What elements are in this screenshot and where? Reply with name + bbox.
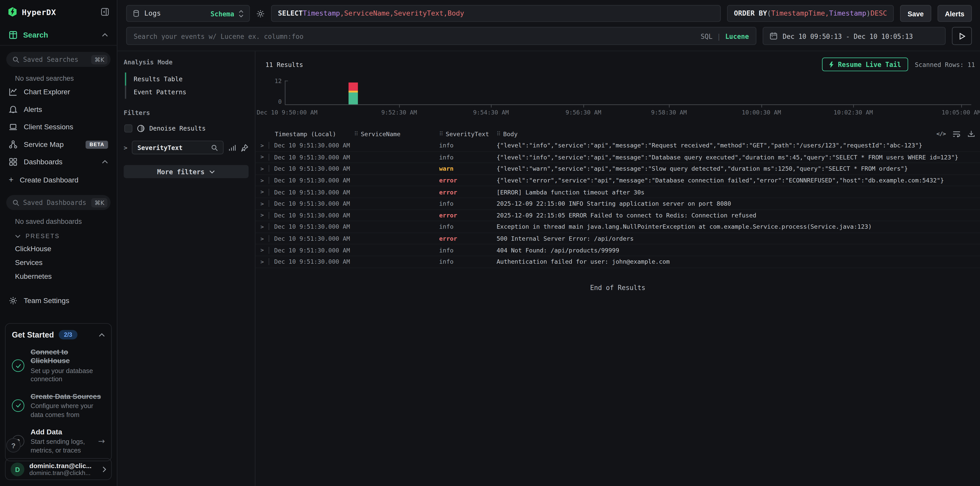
saved-searches-field[interactable]	[23, 56, 88, 63]
create-dashboard-button[interactable]: + Create Dashboard	[0, 170, 117, 189]
cell-timestamp: Dec 10 9:51:30.000 AM	[274, 200, 354, 207]
get-started-step[interactable]: Connect to ClickHouse Set up your databa…	[12, 347, 105, 384]
table-row[interactable]: >Dec 10 9:51:30.000 AMinfo404 Not Found:…	[255, 245, 980, 256]
column-header-timestamp[interactable]: Timestamp (Local)	[275, 130, 354, 137]
row-expand-chevron[interactable]: >	[261, 247, 269, 253]
wrap-lines-icon[interactable]	[953, 130, 961, 137]
sidebar-item-dashboards[interactable]: Dashboards	[0, 153, 117, 170]
cell-timestamp: Dec 10 9:51:30.000 AM	[274, 223, 354, 230]
help-button[interactable]: ?	[6, 438, 21, 453]
chevron-up-icon[interactable]	[99, 333, 105, 337]
select-query-input[interactable]: SELECT Timestamp,ServiceName,SeverityTex…	[271, 5, 721, 22]
preset-kubernetes[interactable]: Kubernetes	[0, 269, 117, 283]
sidebar-item-label: Alerts	[24, 105, 42, 113]
kbd-shortcut: ⌘K	[91, 55, 108, 64]
table-row[interactable]: >Dec 10 9:51:30.000 AMinfo{"level":"info…	[255, 140, 980, 151]
code-view-icon[interactable]: </>	[936, 131, 945, 137]
mode-results-table[interactable]: Results Table	[125, 73, 248, 86]
saved-dashboards-field[interactable]	[23, 199, 88, 206]
event-search-input[interactable]	[127, 28, 756, 45]
alerts-button[interactable]: Alerts	[937, 5, 972, 22]
resume-live-tail-button[interactable]: Resume Live Tail	[822, 57, 908, 71]
column-header-severitytext[interactable]: ⠿SeverityText	[439, 130, 496, 137]
run-query-button[interactable]	[952, 27, 972, 45]
sidebar-item-team-settings[interactable]: Team Settings	[0, 292, 117, 309]
x-axis-label: 10:00:30 AM	[742, 109, 781, 116]
row-expand-chevron[interactable]: >	[261, 142, 269, 148]
denoise-checkbox[interactable]	[124, 124, 132, 132]
sidebar-item-service-map[interactable]: Service Map BETA	[0, 136, 117, 153]
row-expand-chevron[interactable]: >	[261, 201, 269, 207]
cell-timestamp: Dec 10 9:51:30.000 AM	[274, 212, 354, 219]
table-row[interactable]: >Dec 10 9:51:30.000 AMwarn{"level":"warn…	[255, 163, 980, 175]
histogram-bar[interactable]	[348, 83, 358, 104]
orderby-col1: TimestampTime,	[771, 10, 829, 18]
row-divider	[269, 212, 269, 219]
cell-severity: error	[439, 235, 496, 242]
pin-icon[interactable]	[240, 143, 249, 151]
y-axis-tick-bottom: 0	[266, 98, 282, 105]
save-button[interactable]: Save	[900, 5, 931, 22]
saved-dashboards-input[interactable]: ⌘K	[6, 195, 111, 210]
chevron-up-icon[interactable]	[102, 160, 108, 164]
search-icon[interactable]	[211, 144, 218, 151]
more-filters-label: More filters	[157, 168, 205, 175]
source-select[interactable]: Logs Schema	[126, 5, 250, 22]
drag-handle-icon[interactable]: ⠿	[439, 131, 443, 137]
table-row[interactable]: >Dec 10 9:51:30.000 AMerror{"level":"err…	[255, 175, 980, 186]
create-dashboard-label: Create Dashboard	[20, 176, 78, 183]
drag-handle-icon[interactable]: ⠿	[496, 131, 501, 137]
preset-clickhouse[interactable]: ClickHouse	[0, 242, 117, 256]
get-started-step[interactable]: 3 Add Data Start sending logs, metrics, …	[12, 427, 105, 454]
cell-severity: info	[439, 154, 496, 161]
get-started-step[interactable]: Create Data Sources Configure where your…	[12, 392, 105, 419]
service-map-icon	[9, 140, 18, 149]
column-header-servicename[interactable]: ⠿ServiceName	[354, 130, 439, 137]
row-expand-chevron[interactable]: >	[261, 166, 269, 172]
row-expand-chevron[interactable]: >	[261, 154, 269, 160]
sidebar-item-client-sessions[interactable]: Client Sessions	[0, 118, 117, 135]
severitytext-field-box[interactable]: SeverityText	[132, 140, 224, 155]
lang-lucene-option[interactable]: Lucene	[725, 32, 749, 40]
row-expand-chevron[interactable]: >	[261, 212, 269, 218]
table-row[interactable]: >Dec 10 9:51:30.000 AMinfo2025-12-09 22:…	[255, 198, 980, 210]
order-by-input[interactable]: ORDER BY (TimestampTime, Timestamp) DESC	[727, 5, 894, 22]
cell-timestamp: Dec 10 9:51:30.000 AM	[274, 154, 354, 161]
table-row[interactable]: >Dec 10 9:51:30.000 AMerror2025-12-09 22…	[255, 210, 980, 221]
preset-services[interactable]: Services	[0, 255, 117, 269]
drag-handle-icon[interactable]: ⠿	[354, 131, 358, 137]
check-circle-icon	[12, 360, 24, 372]
table-row[interactable]: >Dec 10 9:51:30.000 AMinfo{"level":"info…	[255, 151, 980, 163]
user-account-card[interactable]: D dominic.tran@clic... dominic.tran@clic…	[5, 458, 112, 480]
row-expand-chevron[interactable]: >	[261, 177, 269, 183]
more-filters-button[interactable]: More filters	[124, 165, 248, 178]
table-row[interactable]: >Dec 10 9:51:30.000 AMerror500 Internal …	[255, 233, 980, 245]
table-row[interactable]: >Dec 10 9:51:30.000 AMinfoException in t…	[255, 221, 980, 233]
lang-sql-option[interactable]: SQL	[701, 32, 713, 40]
sidebar-item-search[interactable]: Search	[0, 25, 117, 45]
sidebar-item-alerts[interactable]: Alerts	[0, 101, 117, 118]
chevron-up-icon[interactable]	[102, 33, 108, 37]
date-range-picker[interactable]: Dec 10 09:50:13 - Dec 10 10:05:13	[763, 27, 946, 45]
table-row[interactable]: >Dec 10 9:51:30.000 AMinfoAuthentication…	[255, 256, 980, 268]
bar-chart-icon[interactable]	[228, 143, 236, 151]
row-expand-chevron[interactable]: >	[261, 258, 269, 265]
saved-searches-input[interactable]: ⌘K	[6, 52, 111, 67]
column-header-body[interactable]: ⠿Body	[496, 130, 929, 137]
select-chevrons-icon	[239, 10, 243, 17]
sidebar-item-chart-explorer[interactable]: Chart Explorer	[0, 83, 117, 100]
chevron-right-icon[interactable]: >	[124, 144, 127, 151]
row-expand-chevron[interactable]: >	[261, 189, 269, 195]
cell-severity: warn	[439, 165, 496, 172]
denoise-results-row[interactable]: Denoise Results	[124, 124, 249, 132]
download-icon[interactable]	[967, 130, 975, 137]
presets-toggle[interactable]: PRESETS	[0, 226, 117, 242]
row-expand-chevron[interactable]: >	[261, 224, 269, 230]
collapse-sidebar-icon[interactable]	[100, 7, 109, 16]
row-divider	[269, 177, 269, 184]
row-expand-chevron[interactable]: >	[261, 235, 269, 241]
get-started-header[interactable]: Get Started 2/3	[12, 330, 105, 339]
mode-event-patterns[interactable]: Event Patterns	[125, 86, 248, 99]
query-settings-gear-icon[interactable]	[256, 9, 265, 18]
table-row[interactable]: >Dec 10 9:51:30.000 AMerror[ERROR] Lambd…	[255, 186, 980, 198]
